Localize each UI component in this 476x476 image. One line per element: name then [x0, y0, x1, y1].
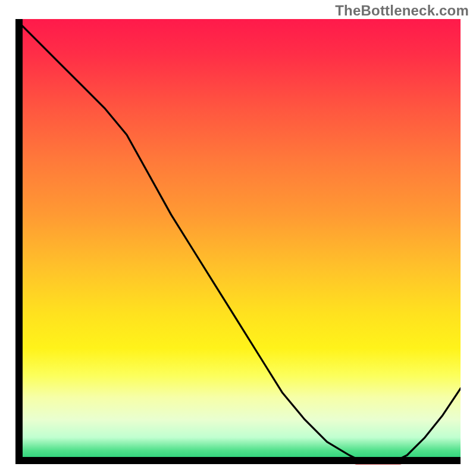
chart-stage: TheBottleneck.com: [0, 0, 476, 476]
plot-area: [15, 19, 461, 464]
watermark-text: TheBottleneck.com: [335, 2, 469, 19]
curve-path: [15, 19, 461, 464]
optimal-range-marker: [353, 459, 402, 465]
bottleneck-curve: [15, 19, 461, 464]
